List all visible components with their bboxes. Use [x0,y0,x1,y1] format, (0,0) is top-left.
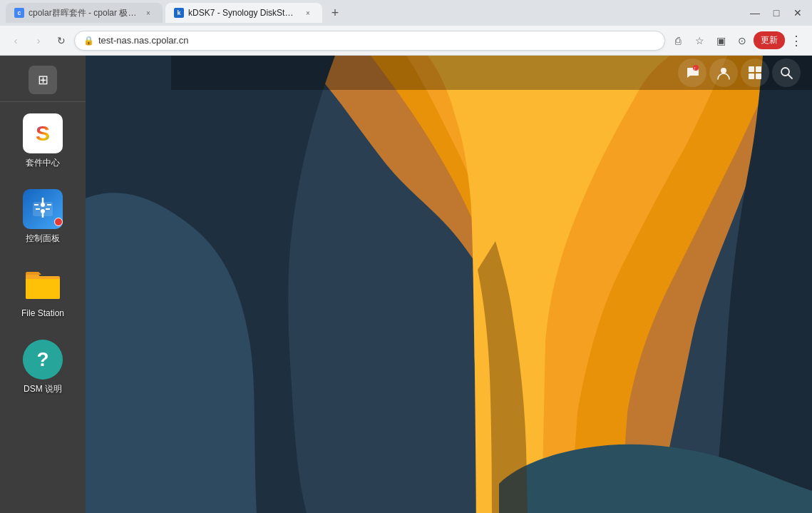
desktop-icon-control-panel[interactable]: 控制面板 [7,185,78,249]
svg-rect-13 [749,66,754,72]
desktop-icon-package-center[interactable]: S 套件中心 [7,109,78,173]
title-bar: c cpolar群晖套件 - cpolar 极点云 × k kDSK7 - Sy… [0,0,812,26]
user-icon [716,65,731,81]
tab-favicon-diskstation: k [174,8,184,18]
svg-rect-15 [749,73,754,79]
package-center-icon-wrapper: S [23,113,63,153]
lock-icon: 🔒 [83,36,94,46]
forward-button[interactable]: › [29,31,48,51]
dsm-help-label: DSM 说明 [24,384,62,395]
dsm-help-icon-wrapper: ? [23,340,63,380]
dsm-topbar: ! [171,56,812,90]
package-center-icon: S [23,113,63,153]
file-station-svg [23,266,63,302]
browser-frame: c cpolar群晖套件 - cpolar 极点云 × k kDSK7 - Sy… [0,0,812,513]
minimize-button[interactable]: — [746,4,764,21]
taskbar-top: ⊞ [0,61,86,102]
tab-diskstation[interactable]: k kDSK7 - Synology DiskStation × [165,3,322,23]
tab-close-diskstation[interactable]: × [302,7,314,19]
grid-icon [747,65,763,81]
control-panel-svg [30,196,56,222]
url-bar[interactable]: 🔒 test-nas.nas.cpolar.cn [74,31,665,51]
reader-button[interactable]: ▣ [711,31,731,51]
dsm-notification-button[interactable]: ! [678,59,706,87]
control-panel-notification [54,218,63,226]
window-controls: — □ ✕ [746,4,806,21]
control-panel-icon-wrapper [23,189,63,229]
svg-point-2 [41,203,45,207]
dsm-help-icon: ? [23,340,63,380]
url-text: test-nas.nas.cpolar.cn [98,35,656,46]
maximize-button[interactable]: □ [768,4,785,21]
file-station-label: File Station [21,308,64,320]
file-station-icon-wrapper [23,264,63,304]
toolbar-right: ⎙ ☆ ▣ ⊙ 更新 ⋮ [668,31,806,51]
file-station-icon [23,264,63,304]
tab-title-diskstation: kDSK7 - Synology DiskStation [188,8,298,18]
tab-favicon-cpolar: c [14,8,24,18]
package-center-label: 套件中心 [26,158,60,169]
desktop-background: ! [86,56,812,513]
dsm-search-button[interactable] [772,59,801,87]
svg-rect-14 [756,66,761,72]
svg-rect-16 [756,73,761,79]
svg-line-18 [788,75,793,79]
tab-close-cpolar[interactable]: × [143,7,154,19]
help-question-mark: ? [36,348,48,371]
share-button[interactable]: ⎙ [668,31,688,51]
dsm-virtual-desktop-button[interactable] [741,59,769,87]
svg-point-12 [721,68,726,73]
package-center-s-letter: S [36,121,50,146]
desktop-icon-dsm-help[interactable]: ? DSM 说明 [7,335,78,400]
tab-title-cpolar: cpolar群晖套件 - cpolar 极点云 [29,7,138,19]
browser-menu-button[interactable]: ⋮ [786,31,806,51]
desktop-icon-file-station[interactable]: File Station [7,260,78,324]
dsm-taskbar: ⊞ S 套件中心 [0,56,86,513]
page-content: ⊞ S 套件中心 [0,56,812,513]
chat-icon: ! [684,65,700,81]
search-icon [778,65,794,81]
update-button[interactable]: 更新 [754,31,785,49]
reload-button[interactable]: ↻ [51,31,71,51]
back-button[interactable]: ‹ [6,31,26,51]
bookmark-button[interactable]: ☆ [689,31,709,51]
svg-point-6 [41,209,45,213]
background-canvas [86,56,812,513]
control-panel-label: 控制面板 [26,233,60,245]
dsm-user-button[interactable] [709,59,738,87]
account-button[interactable]: ⊙ [732,31,752,51]
app-grid-button[interactable]: ⊞ [29,66,57,94]
address-bar: ‹ › ↻ 🔒 test-nas.nas.cpolar.cn ⎙ ☆ ▣ ⊙ 更… [0,26,812,56]
close-button[interactable]: ✕ [789,4,806,21]
tab-cpolar[interactable]: c cpolar群晖套件 - cpolar 极点云 × [6,3,163,23]
new-tab-button[interactable]: + [325,3,345,23]
